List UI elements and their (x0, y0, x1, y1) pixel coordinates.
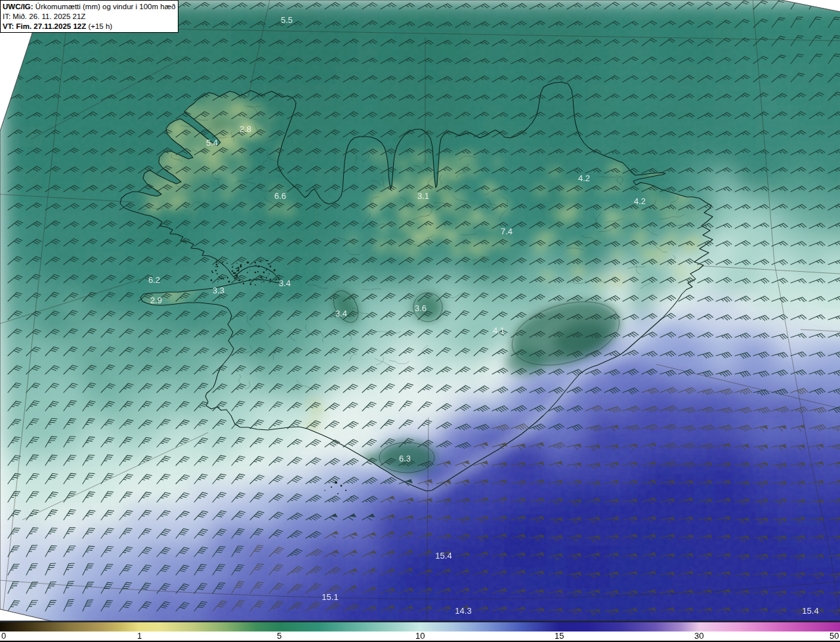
svg-text:3.3: 3.3 (213, 286, 224, 295)
svg-text:6.6: 6.6 (274, 191, 286, 201)
svg-text:7.4: 7.4 (501, 226, 513, 236)
svg-text:3.1: 3.1 (417, 191, 429, 201)
svg-text:2.9: 2.9 (150, 295, 162, 305)
svg-text:3.4: 3.4 (279, 278, 291, 288)
svg-text:6.3: 6.3 (399, 454, 411, 463)
svg-text:2.8: 2.8 (240, 124, 251, 134)
svg-text:15.4: 15.4 (802, 606, 818, 616)
svg-text:14.3: 14.3 (455, 606, 471, 616)
svg-text:4.2: 4.2 (578, 173, 590, 183)
svg-text:3.4: 3.4 (335, 309, 347, 318)
svg-text:15.4: 15.4 (435, 551, 452, 561)
svg-text:6.2: 6.2 (148, 275, 160, 285)
svg-text:5.5: 5.5 (281, 15, 293, 25)
svg-text:4.2: 4.2 (634, 196, 646, 206)
svg-text:4.1: 4.1 (493, 326, 505, 335)
svg-text:3.6: 3.6 (415, 303, 427, 313)
svg-text:5.4: 5.4 (206, 138, 218, 148)
svg-text:15.1: 15.1 (322, 592, 338, 602)
